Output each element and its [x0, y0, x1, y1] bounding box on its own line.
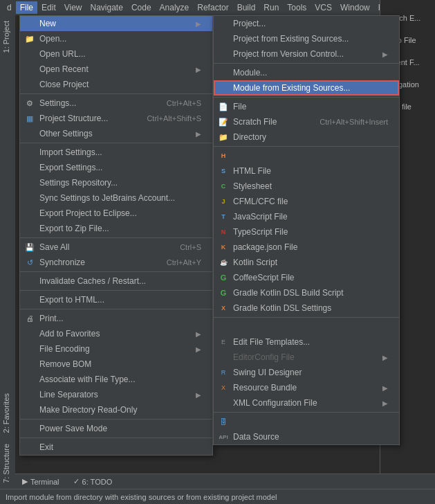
- new-diagram[interactable]: XML Configuration File ▶: [214, 395, 399, 411]
- menu-item-print[interactable]: 🖨 Print...: [20, 311, 212, 326]
- new-xslt[interactable]: X Gradle Kotlin DSL Settings: [214, 300, 399, 316]
- settings-shortcut: Ctrl+Alt+S: [167, 99, 201, 107]
- menu-item-settings[interactable]: ⚙ Settings... Ctrl+Alt+S: [20, 96, 212, 111]
- new-resource-bundle[interactable]: R Swing UI Designer: [214, 365, 399, 380]
- js-icon: J: [218, 196, 229, 207]
- new-project-vcs[interactable]: Project from Version Control... ▶: [214, 46, 399, 62]
- html-icon: H: [218, 150, 229, 161]
- menu-item-file-encoding[interactable]: File Encoding ▶: [20, 341, 212, 357]
- sync-shortcut: Ctrl+Alt+Y: [167, 258, 201, 267]
- new-kotlin-script[interactable]: K package.json File: [214, 240, 399, 255]
- menu-item-invalidate-caches[interactable]: Invalidate Caches / Restart...: [20, 273, 212, 289]
- submenu-arrow-encoding: ▶: [196, 345, 201, 353]
- menu-item-exit[interactable]: Exit: [20, 440, 212, 455]
- new-sep-1: [214, 63, 399, 64]
- swing-icon: [218, 352, 229, 363]
- new-package-json[interactable]: N TypeScript File: [214, 224, 399, 240]
- menu-item-associate-file[interactable]: Associate with File Type...: [20, 372, 212, 387]
- datasource-icon: 🗄: [218, 416, 229, 427]
- coffee-icon: ☕: [218, 257, 229, 268]
- menu-item-synchronize[interactable]: ↺ Synchronize Ctrl+Alt+Y: [20, 255, 212, 270]
- new-project-icon: [218, 18, 229, 29]
- menu-item-line-separators[interactable]: Line Separators ▶: [20, 387, 212, 402]
- swing-arrow: ▶: [382, 354, 388, 361]
- file-icon: 📄: [218, 101, 229, 112]
- submenu-arrow: ▶: [196, 20, 201, 28]
- diagram-icon: [218, 397, 229, 408]
- new-directory[interactable]: 📁 Directory: [214, 129, 399, 145]
- encoding-icon: [24, 343, 35, 354]
- menu-item-export-eclipse[interactable]: Export Project to Eclipse...: [20, 206, 212, 221]
- new-stylesheet[interactable]: S HTML File: [214, 163, 399, 179]
- new-project-existing[interactable]: Project from Existing Sources...: [214, 31, 399, 46]
- new-edit-templates[interactable]: [214, 319, 399, 334]
- menu-item-add-favorites[interactable]: Add to Favorites ▶: [20, 326, 212, 341]
- resource-icon: R: [218, 367, 229, 378]
- new-gradle-build[interactable]: G CoffeeScript File: [214, 270, 399, 285]
- print-icon: 🖨: [24, 313, 35, 324]
- menu-item-project-structure[interactable]: ▦ Project Structure... Ctrl+Alt+Shift+S: [20, 111, 212, 126]
- new-icon: [24, 18, 35, 29]
- scratch-icon: 📝: [218, 116, 229, 127]
- menu-item-power-save[interactable]: Power Save Mode: [20, 421, 212, 436]
- npm-icon: N: [218, 226, 229, 237]
- menu-item-settings-repo[interactable]: Settings Repository...: [20, 175, 212, 190]
- menu-item-remove-bom[interactable]: Remove BOM: [20, 357, 212, 372]
- new-scratch-file[interactable]: 📝 Scratch File Ctrl+Alt+Shift+Insert: [214, 114, 399, 129]
- editorconfig-icon: E: [218, 336, 229, 348]
- import-icon: [24, 147, 35, 158]
- new-html[interactable]: H: [214, 148, 399, 163]
- submenu-arrow-line: ▶: [196, 391, 201, 399]
- menu-item-open-url[interactable]: Open URL...: [20, 46, 212, 62]
- menu-item-sync-jetbrains[interactable]: Sync Settings to JetBrains Account...: [20, 190, 212, 206]
- url-icon: [24, 48, 35, 60]
- new-module-existing[interactable]: Module from Existing Sources...: [214, 80, 399, 96]
- menu-item-save-all[interactable]: 💾 Save All Ctrl+S: [20, 240, 212, 255]
- new-submenu: Project... Project from Existing Sources…: [213, 15, 400, 445]
- submenu-arrow-fav: ▶: [196, 330, 201, 338]
- module-existing-icon: [218, 82, 229, 93]
- new-project[interactable]: Project...: [214, 16, 399, 31]
- xml-icon: X: [218, 382, 229, 393]
- menu-item-open[interactable]: 📁 Open...: [20, 31, 212, 46]
- new-cfml[interactable]: C Stylesheet: [214, 179, 399, 194]
- separator-5: [20, 290, 212, 291]
- new-editor-config[interactable]: E Edit File Templates...: [214, 334, 399, 350]
- separator-6: [20, 309, 212, 309]
- file-menu: New ▶ 📁 Open... Open URL... Open Recent …: [19, 15, 213, 456]
- scratch-shortcut: Ctrl+Alt+Shift+Insert: [320, 118, 388, 126]
- new-module[interactable]: Module...: [214, 65, 399, 80]
- recent-icon: [24, 64, 35, 75]
- new-data-source[interactable]: 🗄: [214, 414, 399, 429]
- menu-item-new[interactable]: New ▶: [20, 16, 212, 31]
- bom-icon: [24, 359, 35, 370]
- new-sep-2: [214, 97, 399, 98]
- menu-item-export-settings[interactable]: Export Settings...: [20, 160, 212, 175]
- menu-item-close-project[interactable]: Close Project: [20, 77, 212, 92]
- menu-item-export-html[interactable]: Export to HTML...: [20, 292, 212, 307]
- associate-icon: [24, 374, 35, 385]
- new-sep-3: [214, 146, 399, 147]
- new-typescript[interactable]: T JavaScript File: [214, 209, 399, 224]
- gear-icon: ⚙: [24, 98, 35, 109]
- menu-item-other-settings[interactable]: Other Settings ▶: [20, 126, 212, 141]
- new-xml-config[interactable]: X Resource Bundle ▶: [214, 380, 399, 395]
- menu-item-import-settings[interactable]: Import Settings...: [20, 145, 212, 160]
- menu-item-export-zip[interactable]: Export to Zip File...: [20, 221, 212, 236]
- cache-icon: [24, 276, 35, 287]
- new-http-request[interactable]: API Data Source: [214, 429, 399, 444]
- readonly-icon: [24, 404, 35, 415]
- new-gradle-settings[interactable]: G Gradle Kotlin DSL Build Script: [214, 285, 399, 300]
- submenu-arrow-recent: ▶: [196, 66, 201, 73]
- other-settings-icon: [24, 128, 35, 139]
- new-coffeescript[interactable]: ☕ Kotlin Script: [214, 255, 399, 270]
- menu-item-make-readonly[interactable]: Make Directory Read-Only: [20, 402, 212, 417]
- separator-7: [20, 419, 212, 420]
- new-javascript[interactable]: J CFML/CFC file: [214, 194, 399, 209]
- gradle-settings-icon: G: [218, 287, 229, 298]
- sync-icon: ↺: [24, 257, 35, 268]
- menu-item-open-recent[interactable]: Open Recent ▶: [20, 62, 212, 77]
- new-file[interactable]: 📄 File: [214, 99, 399, 114]
- save-shortcut: Ctrl+S: [180, 243, 201, 251]
- separator-1: [20, 93, 212, 94]
